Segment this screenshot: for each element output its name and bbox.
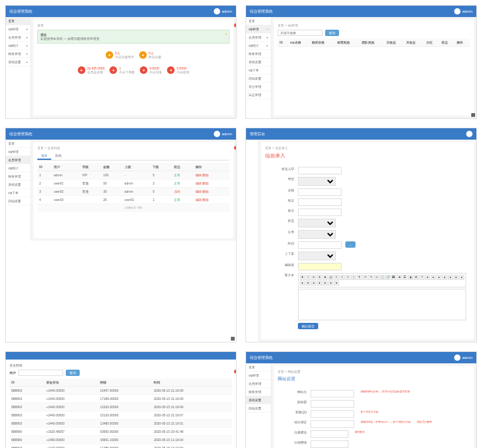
richtext-editor[interactable] (298, 289, 466, 320)
stat-icon: ● (78, 66, 85, 74)
table-row: 2user01普通50admin2正常编辑 删除 (37, 179, 230, 188)
resize-icon[interactable] (231, 337, 235, 341)
red-dot-icon (234, 146, 237, 150)
red-dot-icon (234, 23, 237, 27)
sidebar-item[interactable]: 后台管理 (246, 83, 271, 91)
sitename-input[interactable] (311, 390, 354, 397)
sidebar-item[interactable]: 财务管理 (246, 50, 271, 58)
member-table: ID用户等级金额上级下级状态操作 1adminVIP100-5正常编辑 删除 2… (37, 163, 230, 212)
stat-item: ●0.0000今日提现 (167, 66, 189, 74)
underline-icon: U (311, 275, 316, 280)
stat-icon: ● (109, 66, 117, 74)
sidebar-item-vip[interactable]: vip管理+ (6, 25, 30, 33)
type-select[interactable] (298, 177, 336, 186)
editor-name-input[interactable] (298, 263, 342, 270)
breadcrumb: 首页 > 信息录入 (265, 146, 470, 150)
table-row: 888993+1440.0000015120.000002020-05-15 2… (9, 411, 232, 420)
vip-table: IDvip名称购买价格推荐奖励团队奖励日收益月收益分红状态操作 (278, 39, 470, 47)
category-select[interactable] (298, 230, 336, 239)
pager: 共4条记录 1/1页 (37, 204, 230, 212)
table-row: 888993+1440.0000017189.000002020-05-15 2… (9, 395, 232, 403)
search-button[interactable]: 查询 (66, 370, 80, 376)
breadcrumb: 首页 > 网站设置 (278, 370, 470, 373)
sidebar-item[interactable]: vip下单 (246, 66, 271, 75)
richtext-toolbar[interactable]: BIUSA❏≡≡≡⋮¶↶↷✂📋🔗🖼⊞☰◐⚙? ●●●●●●●●●●●●●● (298, 273, 466, 288)
table-row: 888993+1440.0000011789.000002020-05-15 1… (9, 444, 232, 449)
table-row: 888989+1499.0000043951.193002020-05-15 1… (9, 436, 232, 444)
sidebar-item[interactable]: 日志管理 (246, 91, 271, 99)
bold-icon: B (300, 275, 305, 280)
sidebar-item-finance[interactable]: 财务管理+ (6, 50, 30, 58)
stat-icon: ● (167, 66, 175, 74)
sidebar-item[interactable]: 会员管理+ (246, 33, 271, 42)
tab-basic[interactable]: 基本 (37, 152, 51, 160)
sidebar: 首页 vip管理+ 会员管理+ vip统计+ 财务管理+ 系统设置+ (6, 17, 31, 118)
table-row: 4user0325user011正常编辑 删除 (37, 196, 230, 204)
red-dot-icon (234, 370, 237, 373)
sidebar-item[interactable]: vip管理- (246, 25, 271, 33)
status-select[interactable] (298, 219, 336, 227)
finance-table: ID资金变动明细时间 888993+1440.0000015407.000002… (9, 378, 232, 448)
sidebar-item[interactable]: 首页 (246, 17, 271, 25)
sidebar-item[interactable]: vip统计+ (246, 42, 271, 50)
table-row: 888993+1440.0000013480.000002020-05-15 2… (9, 420, 232, 428)
header: 综合管理系统 admin (6, 6, 236, 17)
table-row: 888993+1440.0000012220.000002020-05-15 2… (9, 403, 232, 411)
search-button[interactable]: 查询 (325, 30, 339, 36)
stat-icon: ● (140, 66, 147, 74)
onoff-select[interactable] (298, 251, 336, 260)
stat-icon: ● (139, 51, 147, 59)
panel-vip-list: 综合管理系统admin 首页 vip管理- 会员管理+ vip统计+ 财务管理 … (245, 5, 477, 119)
stat-item: ●1今日下单数 (109, 66, 135, 74)
close-icon[interactable]: × (225, 32, 227, 36)
user-menu[interactable]: admin (214, 8, 232, 15)
tab-other[interactable]: 其他 (51, 152, 65, 160)
panel-finance-log: 资金明细 用户 查询 ID资金变动明细时间 888993+1440.000001… (5, 351, 237, 448)
payee-input[interactable] (298, 198, 342, 206)
resize-icon[interactable] (471, 113, 475, 117)
user-search-input[interactable] (18, 370, 63, 376)
stat-item: ●16,435.0000会员总金额 (78, 66, 105, 74)
breadcrumb: 首页 (37, 23, 230, 27)
italic-icon: I (306, 275, 311, 280)
sidebar-item-system[interactable]: 系统设置+ (6, 58, 30, 66)
subtitle-input[interactable] (311, 400, 354, 408)
sidebar-item-member[interactable]: 会员管理+ (6, 33, 30, 42)
sender-id-input[interactable] (298, 167, 342, 174)
sidebar-item[interactable]: 系统设置 (246, 58, 271, 66)
table-row: 1adminVIP100-5正常编辑 删除 (37, 171, 230, 179)
table-row: 888989+1520.4805753950.560002020-05-15 2… (9, 428, 232, 436)
time-btn[interactable]: ... (345, 241, 355, 248)
stat-item: ●0.0000今日充值 (140, 66, 162, 74)
stat-item: ●0人今日注册用户 (106, 51, 134, 59)
breadcrumb: 首页 > vip管理 (278, 23, 470, 27)
submit-button[interactable]: 确认提交 (298, 323, 318, 329)
levels-input[interactable] (311, 440, 349, 448)
stats-row: ●0人今日注册用户 ●0人昨日注册 (37, 47, 230, 63)
sidebar-item-home[interactable]: 首页 (6, 17, 30, 25)
amount-input[interactable] (298, 188, 342, 196)
panel-member-list: 综合管理系统admin 首页 vip管理 会员管理 vip统计 财务管理 系统设… (5, 128, 237, 342)
stats-row: ●16,435.0000会员总金额 ●1今日下单数 ●0.0000今日充值 ●0… (37, 63, 230, 78)
stat-icon: ● (106, 51, 113, 59)
sidebar-item[interactable]: 前端设置 (246, 75, 271, 83)
page-title: 网站设置 (278, 376, 470, 382)
sidebar-item-vipstat[interactable]: vip统计+ (6, 42, 30, 50)
brand: 综合管理系统 (9, 9, 32, 15)
avatar-icon (214, 8, 220, 15)
search-input[interactable] (278, 30, 323, 36)
page-title: 资金明细 (9, 363, 232, 367)
table-row: 888993+1440.0000015407.000002020-05-15 2… (9, 387, 232, 395)
time-input[interactable] (298, 241, 342, 249)
domain-input[interactable] (311, 420, 354, 428)
stat-item: ●0人昨日注册 (139, 51, 161, 59)
table-row: 3user02普通30admin0冻结编辑 删除 (37, 188, 230, 196)
breadcrumb: 首页 > 会员列表 (37, 146, 230, 150)
remark-input[interactable] (298, 209, 342, 216)
panel-site-settings: 综合管理系统admin 首页 vip管理 会员管理 财务管理 系统设置 前端设置… (245, 351, 477, 448)
panel-form-entry: 管理后台 首页 > 信息录入 信息录入 发送人ID 类型 金额 收款 备注 状态… (245, 128, 477, 342)
panel-dashboard: 综合管理系统 admin 首页 vip管理+ 会员管理+ vip统计+ 财务管理… (5, 5, 237, 119)
regbonus-input[interactable] (311, 430, 349, 438)
notice-bar: 通告 欢迎使用本系统 — 如有问题请联系管理员 × (37, 30, 230, 44)
qq-input[interactable] (311, 410, 354, 418)
